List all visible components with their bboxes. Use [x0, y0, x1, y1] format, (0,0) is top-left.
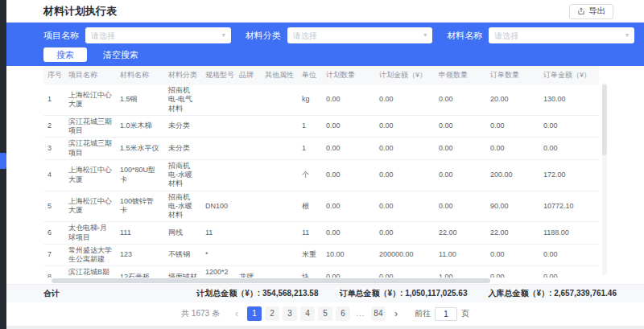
vertical-scrollbar-thumb[interactable] [602, 84, 607, 155]
table-cell: 1.00 [435, 266, 486, 278]
table-cell: 0.00 [435, 138, 486, 160]
table-row[interactable]: 8滨江花城B期项目-分包12石膏板墙面辅材1200*2440*12龙牌块0.00… [43, 266, 599, 278]
column-header: 单位 [298, 66, 322, 84]
prev-page-button[interactable]: ‹ [230, 306, 243, 321]
export-label: 导出 [588, 6, 605, 17]
table-row[interactable]: 1上海松江中心大厦1.5铜招商机电-电气材料kg0.000.000.0020.0… [43, 84, 599, 115]
clear-search-button[interactable]: 清空搜索 [103, 47, 138, 62]
column-header: 计划金额（¥） [375, 66, 435, 84]
table-cell: 米重 [298, 244, 322, 266]
table-cell [261, 244, 298, 266]
material-category-label: 材料分类 [246, 30, 281, 42]
summary-total-value: 1,050,117,025.63 [405, 289, 467, 298]
table-cell: 0.00 [375, 138, 435, 160]
page-button[interactable]: 4 [300, 306, 315, 321]
goto-unit: 页 [461, 308, 469, 319]
table-cell: 22.00 [486, 222, 539, 245]
table-cell: 0.00 [539, 244, 599, 266]
table-cell: 200.00 [486, 159, 539, 191]
table-cell [261, 115, 298, 138]
goto-page-input[interactable] [435, 307, 457, 321]
table-row[interactable]: 2滨江花城三期项目1.0米木梯未分类10.000.000.000.000.00 [43, 115, 599, 138]
page-button[interactable]: 84 [371, 306, 386, 321]
filter-field-category: 材料分类 ▾ [246, 27, 433, 43]
goto-label: 前往 [415, 308, 431, 319]
horizontal-scrollbar-thumb[interactable] [52, 278, 490, 283]
table-cell: 1 [43, 84, 64, 115]
export-button[interactable]: 导出 [569, 4, 613, 19]
material-name-select[interactable]: ▾ [489, 27, 634, 43]
table-cell: 8 [43, 266, 64, 278]
table-row[interactable]: 5上海松江中心大厦100镀锌管卡招商机电-水暖材料DN100根0.000.000… [43, 191, 599, 222]
table-cell: 0.00 [375, 222, 435, 245]
column-header: 序号 [43, 66, 64, 84]
total-label: 合计 [43, 288, 60, 299]
table-cell: 90.00 [486, 191, 539, 222]
table-cell: 0.00 [486, 138, 539, 160]
table-card: 序号项目名称材料名称材料分类规格型号品牌其他属性单位计划数量计划金额（¥）申领数… [6, 66, 644, 326]
page-button[interactable]: 3 [283, 306, 297, 321]
table-cell [261, 159, 298, 191]
search-button[interactable]: 搜索 [43, 47, 87, 62]
table-cell: 200000.00 [375, 244, 435, 266]
project-name-select[interactable]: ▾ [85, 27, 231, 43]
table-row[interactable]: 7常州盛达大学生公寓新建123不锈钢*米重10.00200000.0011.00… [43, 244, 599, 266]
material-category-select[interactable]: ▾ [287, 27, 433, 43]
chevron-down-icon: ▾ [222, 32, 225, 39]
summary-total: 计划总金额（¥）: 354,568,213.58 [196, 288, 318, 299]
filter-field-project: 项目名称 ▾ [43, 27, 231, 43]
table-row[interactable]: 3滨江花城三期项目1.5米水平仪未分类10.000.000.000.000.00 [43, 138, 599, 160]
collapsed-sidebar[interactable] [0, 0, 6, 329]
page-button[interactable]: 5 [318, 306, 332, 321]
column-header: 订单金额（¥） [539, 66, 599, 84]
page-button[interactable]: 6 [336, 306, 350, 321]
table-cell: 上海松江中心大厦 [64, 191, 116, 222]
project-name-label: 项目名称 [43, 30, 79, 42]
goto-page: 前往 页 [415, 307, 469, 321]
page-buttons: 123456...84 [246, 306, 387, 321]
table-cell: 0.00 [435, 191, 486, 222]
table-cell: 0.00 [435, 84, 486, 115]
table-cell: 10772.10 [539, 191, 599, 222]
table-cell: 1 [298, 115, 322, 138]
table-cell: 0.00 [435, 115, 486, 138]
filter-panel: 项目名称 ▾ 材料分类 ▾ 材料名称 [6, 23, 644, 66]
table-cell: 6 [43, 222, 64, 245]
table-cell: 招商机电-水暖材料 [164, 159, 201, 191]
filter-field-material: 材料名称 ▾ [447, 27, 634, 43]
column-header: 申领数量 [435, 66, 486, 84]
main-content: 材料计划执行表 导出 项目名称 ▾ 材料分类 [6, 0, 644, 329]
summary-total-value: 2,657,339,761.46 [554, 289, 617, 298]
table-cell: 1200*2440*12 [201, 266, 235, 278]
table-cell: 0.00 [322, 84, 375, 115]
page-button[interactable]: 2 [265, 306, 279, 321]
horizontal-scrollbar[interactable] [43, 278, 634, 283]
table-cell: 0.00 [486, 115, 539, 138]
project-name-input[interactable] [91, 31, 222, 40]
table-cell: 网线 [164, 222, 201, 245]
next-page-button[interactable]: › [390, 306, 402, 321]
material-name-input[interactable] [494, 31, 625, 40]
page-ellipsis[interactable]: ... [353, 306, 368, 321]
table-cell: 0.00 [539, 115, 599, 138]
vertical-scrollbar[interactable] [602, 83, 607, 275]
material-category-input[interactable] [293, 31, 424, 40]
table-cell: 龙牌 [235, 266, 261, 278]
table-cell: 0.00 [375, 84, 435, 115]
table-cell: 0.00 [322, 138, 375, 160]
table-cell: 11.00 [435, 244, 486, 266]
summary-total-label: 订单总金额（¥）: [339, 289, 405, 298]
table-cell [261, 222, 298, 245]
table-row[interactable]: 4上海松江中心大厦100*80U型卡招商机电-水暖材料个0.000.000.00… [43, 159, 599, 191]
table-cell [235, 84, 261, 115]
table-cell: 3 [43, 138, 64, 160]
table-cell [235, 244, 261, 266]
page-button[interactable]: 1 [247, 306, 262, 321]
table-viewport: 序号项目名称材料名称材料分类规格型号品牌其他属性单位计划数量计划金额（¥）申领数… [6, 66, 644, 278]
table-cell: 0.00 [322, 191, 375, 222]
table-cell: 1188.00 [539, 222, 599, 245]
table-cell: 1.5铜 [116, 84, 164, 115]
table-row[interactable]: 6太仓电梯-月球项目111网线11110.000.0022.0022.00118… [43, 222, 599, 245]
summary-total-label: 入库总金额（¥）: [488, 289, 554, 298]
summary-total: 订单总金额（¥）: 1,050,117,025.63 [339, 288, 467, 299]
